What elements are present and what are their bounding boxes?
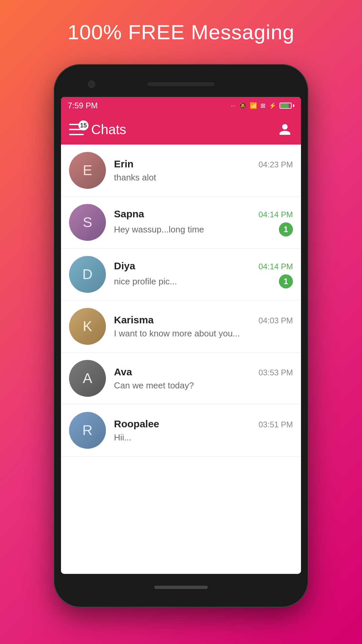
chat-content-diya: Diya 04:14 PM nice profile pic... 1 (114, 260, 293, 288)
header-title: Chats (91, 122, 126, 137)
unread-badge-sapna: 1 (279, 222, 293, 236)
chat-name-roopalee: Roopalee (114, 418, 159, 430)
phone-shell: 7:59 PM ··· 🔕 📶 ⊠ ⚡ (54, 64, 308, 607)
chat-top-row-karisma: Karisma 04:03 PM (114, 314, 293, 326)
wifi-icon: 📶 (250, 102, 257, 109)
phone-top-bar (61, 74, 301, 94)
menu-button[interactable]: 15 (69, 124, 84, 135)
avatar-roopalee: R (69, 412, 106, 449)
chat-preview-karisma: I want to know more about you... (114, 328, 293, 339)
top-tagline: 100% FREE Messaging (67, 20, 294, 44)
chat-name-ava: Ava (114, 366, 132, 378)
chat-top-row-sapna: Sapna 04:14 PM (114, 208, 293, 220)
chat-item-karisma[interactable]: K Karisma 04:03 PM I want to know more a… (61, 301, 301, 353)
app-header: 15 Chats (61, 114, 301, 145)
chat-item-ava[interactable]: A Ava 03:53 PM Can we meet today? (61, 353, 301, 405)
chat-time-sapna: 04:14 PM (258, 210, 293, 219)
chat-preview-row-roopalee: Hii... (114, 432, 293, 443)
chat-content-erin: Erin 04:23 PM thanks alot (114, 158, 293, 183)
chat-preview-row-sapna: Hey wassup...long time 1 (114, 222, 293, 236)
battery-icon (280, 103, 294, 109)
chat-top-row-roopalee: Roopalee 03:51 PM (114, 418, 293, 430)
chat-item-roopalee[interactable]: R Roopalee 03:51 PM Hii... (61, 405, 301, 457)
chat-name-karisma: Karisma (114, 314, 154, 326)
phone-bottom (61, 577, 301, 597)
chat-time-roopalee: 03:51 PM (258, 420, 293, 429)
chat-list: E Erin 04:23 PM thanks alot S Sapna 04: (61, 145, 301, 574)
chat-time-ava: 03:53 PM (258, 368, 293, 377)
status-icons: ··· 🔕 📶 ⊠ ⚡ (231, 102, 294, 109)
status-bar: 7:59 PM ··· 🔕 📶 ⊠ ⚡ (61, 97, 301, 114)
phone-camera (88, 80, 95, 88)
avatar-ava: A (69, 360, 106, 397)
chat-time-diya: 04:14 PM (258, 262, 293, 271)
person-icon (278, 123, 292, 136)
home-indicator (154, 586, 208, 589)
chat-top-row-diya: Diya 04:14 PM (114, 260, 293, 272)
chat-preview-erin: thanks alot (114, 172, 293, 183)
unread-badge-diya: 1 (279, 274, 293, 288)
lightning-icon: ⚡ (269, 102, 276, 109)
chat-content-roopalee: Roopalee 03:51 PM Hii... (114, 418, 293, 443)
header-left: 15 Chats (69, 122, 126, 137)
avatar-sapna: S (69, 204, 106, 241)
chat-preview-diya: nice profile pic... (114, 276, 276, 287)
avatar-diya: D (69, 256, 106, 293)
chat-preview-row-diya: nice profile pic... 1 (114, 274, 293, 288)
chat-content-ava: Ava 03:53 PM Can we meet today? (114, 366, 293, 391)
profile-button[interactable] (277, 121, 293, 138)
chat-preview-row-karisma: I want to know more about you... (114, 328, 293, 339)
chat-time-karisma: 04:03 PM (258, 316, 293, 325)
chat-preview-sapna: Hey wassup...long time (114, 224, 276, 235)
chat-content-sapna: Sapna 04:14 PM Hey wassup...long time 1 (114, 208, 293, 236)
dots-icon: ··· (231, 102, 236, 109)
chat-preview-row-erin: thanks alot (114, 172, 293, 183)
chat-item-diya[interactable]: D Diya 04:14 PM nice profile pic... 1 (61, 249, 301, 301)
avatar-erin: E (69, 152, 106, 189)
chat-name-erin: Erin (114, 158, 133, 170)
chat-item-erin[interactable]: E Erin 04:23 PM thanks alot (61, 145, 301, 197)
vibrate-icon: 🔕 (239, 102, 246, 109)
avatar-karisma: K (69, 308, 106, 345)
phone-speaker (147, 82, 215, 86)
sim-icon: ⊠ (260, 102, 265, 109)
status-time: 7:59 PM (68, 101, 98, 110)
chat-top-row-erin: Erin 04:23 PM (114, 158, 293, 170)
chat-item-sapna[interactable]: S Sapna 04:14 PM Hey wassup...long time … (61, 197, 301, 249)
chat-name-diya: Diya (114, 260, 135, 272)
chat-top-row-ava: Ava 03:53 PM (114, 366, 293, 378)
phone-screen: 7:59 PM ··· 🔕 📶 ⊠ ⚡ (61, 97, 301, 574)
chat-preview-ava: Can we meet today? (114, 380, 293, 391)
notification-badge: 15 (78, 120, 88, 130)
chat-preview-roopalee: Hii... (114, 432, 293, 443)
chat-name-sapna: Sapna (114, 208, 144, 220)
chat-content-karisma: Karisma 04:03 PM I want to know more abo… (114, 314, 293, 339)
chat-preview-row-ava: Can we meet today? (114, 380, 293, 391)
chat-time-erin: 04:23 PM (258, 160, 293, 169)
